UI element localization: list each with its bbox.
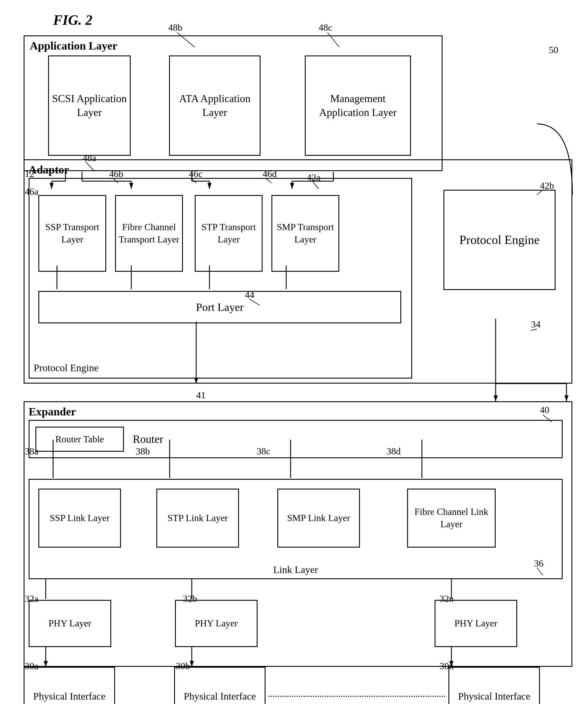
expander-box: Expander Router Table Router SSP Link La… — [23, 401, 572, 667]
phy-layer-box-3: PHY Layer — [434, 600, 517, 647]
smp-link-layer-label: SMP Link Layer — [287, 512, 350, 524]
fc-link-layer-label: Fibre Channel Link Layer — [408, 506, 495, 530]
protocol-engine-right-label: Protocol Engine — [459, 232, 540, 248]
smp-transport-layer-label: SMP Transport Layer — [275, 221, 336, 245]
protocol-engine-right-box: Protocol Engine — [444, 190, 555, 290]
svg-marker-23 — [493, 395, 498, 401]
ssp-link-layer-box: SSP Link Layer — [38, 489, 121, 548]
physical-interface-3-label: Physical Interface — [458, 690, 530, 703]
scsi-application-layer-label: SCSI Application Layer — [52, 92, 127, 119]
physical-interface-1-label: Physical Interface — [33, 690, 106, 703]
svg-text:48c: 48c — [318, 22, 332, 33]
dotted-line — [269, 696, 446, 697]
smp-transport-layer-box: SMP Transport Layer — [272, 195, 339, 272]
fc-link-layer-box: Fibre Channel Link Layer — [407, 489, 496, 548]
stp-link-layer-box: STP Link Layer — [156, 489, 239, 548]
phy-layer-2-label: PHY Layer — [195, 617, 237, 630]
application-layer-box: Application Layer SCSI Application Layer… — [23, 36, 443, 171]
port-layer-box: Port Layer — [38, 291, 401, 324]
link-layer-label: Link Layer — [273, 564, 318, 575]
stp-transport-layer-box: STP Transport Layer — [195, 195, 262, 272]
application-layer-label: Application Layer — [30, 39, 117, 52]
fc-transport-layer-label: Fibre Channel Transport Layer — [118, 221, 180, 245]
smp-link-layer-box: SMP Link Layer — [277, 489, 360, 548]
expander-label: Expander — [28, 405, 76, 418]
router-table-box: Router Table — [36, 427, 124, 452]
physical-interface-box-2: Physical Interface — [174, 667, 266, 704]
router-label: Router — [133, 432, 163, 446]
adaptor-box: Adaptor SSP Transport Layer Fibre Channe… — [23, 159, 572, 384]
svg-marker-26 — [565, 395, 569, 401]
fc-transport-layer-box: Fibre Channel Transport Layer — [115, 195, 183, 272]
phy-layer-1-label: PHY Layer — [48, 617, 91, 630]
physical-interface-box-1: Physical Interface — [23, 667, 115, 704]
scsi-application-layer-box: SCSI Application Layer — [48, 55, 131, 156]
phy-layer-box-1: PHY Layer — [28, 600, 111, 647]
ssp-transport-layer-box: SSP Transport Layer — [38, 195, 106, 272]
stp-transport-layer-label: STP Transport Layer — [198, 221, 259, 245]
svg-text:48b: 48b — [168, 22, 182, 33]
management-application-layer-label: Management Application Layer — [309, 92, 407, 119]
adaptor-label: Adaptor — [28, 163, 69, 176]
phy-layer-3-label: PHY Layer — [454, 617, 497, 630]
physical-interface-box-3: Physical Interface — [449, 667, 540, 704]
svg-text:41: 41 — [196, 390, 205, 400]
protocol-engine-inner-box: SSP Transport Layer Fibre Channel Transp… — [28, 178, 412, 378]
stp-link-layer-label: STP Link Layer — [168, 512, 228, 524]
link-layer-outer-box: SSP Link Layer STP Link Layer SMP Link L… — [28, 479, 563, 579]
ssp-link-layer-label: SSP Link Layer — [50, 512, 110, 524]
router-box: Router Table Router — [28, 420, 563, 458]
ata-application-layer-box: ATA Application Layer — [169, 55, 260, 156]
phy-layer-box-2: PHY Layer — [175, 600, 257, 647]
management-application-layer-box: Management Application Layer — [305, 55, 411, 156]
figure-title: FIG. 2 — [53, 12, 92, 28]
router-table-label: Router Table — [55, 434, 104, 445]
port-layer-label: Port Layer — [196, 301, 243, 314]
ata-application-layer-label: ATA Application Layer — [173, 92, 257, 119]
svg-text:50: 50 — [549, 45, 558, 55]
protocol-engine-inner-label: Protocol Engine — [34, 362, 99, 373]
physical-interface-2-label: Physical Interface — [184, 690, 256, 703]
ssp-transport-layer-label: SSP Transport Layer — [42, 221, 103, 245]
